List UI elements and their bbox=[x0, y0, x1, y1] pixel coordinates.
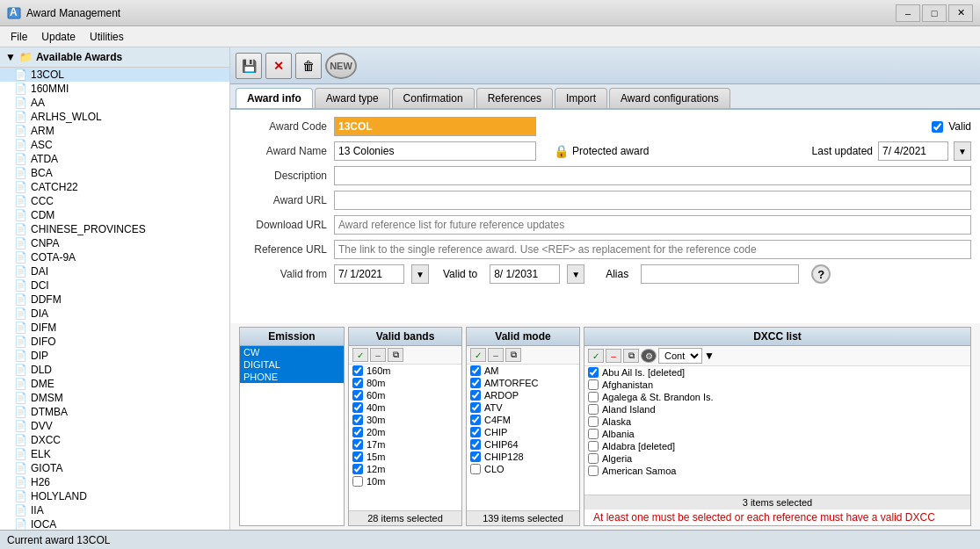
sidebar-item-dxcc[interactable]: 📄 DXCC bbox=[0, 433, 229, 447]
mode-row-atv[interactable]: ATV bbox=[467, 401, 579, 414]
sidebar-item-chinese[interactable]: 📄 CHINESE_PROVINCES bbox=[0, 222, 229, 236]
new-button[interactable]: NEW bbox=[325, 53, 357, 79]
sidebar-item-bca[interactable]: 📄 BCA bbox=[0, 166, 229, 180]
valid-from-input[interactable] bbox=[334, 264, 404, 284]
dxcc-row-american-samoa[interactable]: American Samoa bbox=[584, 465, 970, 477]
emission-row-digital[interactable]: DIGITAL bbox=[240, 358, 344, 371]
sidebar-item-catch22[interactable]: 📄 CATCH22 bbox=[0, 180, 229, 194]
sidebar-item-dld[interactable]: 📄 DLD bbox=[0, 363, 229, 377]
bands-copy[interactable]: ⧉ bbox=[388, 348, 403, 362]
sidebar-item-dip[interactable]: 📄 DIP bbox=[0, 349, 229, 363]
sidebar-item-giota[interactable]: 📄 GIOTA bbox=[0, 461, 229, 475]
delete-button[interactable]: 🗑 bbox=[295, 53, 322, 79]
mode-row-c4fm[interactable]: C4FM bbox=[467, 414, 579, 426]
tab-award-type[interactable]: Award type bbox=[315, 88, 390, 108]
emission-row-cw[interactable]: CW bbox=[240, 346, 344, 358]
menu-file[interactable]: File bbox=[4, 29, 34, 45]
sidebar-item-13col[interactable]: 📄 13COL bbox=[0, 68, 229, 82]
sidebar-item-arlhs[interactable]: 📄 ARLHS_WLOL bbox=[0, 110, 229, 124]
mode-row-chip64[interactable]: CHIP64 bbox=[467, 438, 579, 451]
dxcc-row-aldabra[interactable]: Aldabra [deleted] bbox=[584, 440, 970, 452]
alias-input[interactable] bbox=[641, 264, 799, 284]
sidebar-item-difm[interactable]: 📄 DIFM bbox=[0, 321, 229, 335]
mode-uncheck-all[interactable]: – bbox=[488, 348, 504, 362]
tab-import[interactable]: Import bbox=[555, 88, 607, 108]
bands-list[interactable]: 160m 80m 60m 40m 30m 20m bbox=[349, 365, 461, 510]
mode-row-chip[interactable]: CHIP bbox=[467, 426, 579, 438]
sidebar-item-cdm[interactable]: 📄 CDM bbox=[0, 208, 229, 222]
dxcc-settings[interactable]: ⚙ bbox=[641, 349, 657, 363]
sidebar-item-dmsm[interactable]: 📄 DMSM bbox=[0, 391, 229, 405]
dxcc-row-abu-ail[interactable]: Abu Ail Is. [deleted] bbox=[584, 366, 970, 379]
dxcc-row-algeria[interactable]: Algeria bbox=[584, 452, 970, 465]
sidebar-item-holyland[interactable]: 📄 HOLYLAND bbox=[0, 489, 229, 503]
dxcc-copy[interactable]: ⧉ bbox=[623, 349, 639, 363]
dxcc-list[interactable]: Abu Ail Is. [deleted] Afghanistan Agaleg… bbox=[584, 366, 970, 495]
close-button[interactable]: ✕ bbox=[948, 4, 973, 22]
dxcc-row-alaska[interactable]: Alaska bbox=[584, 415, 970, 428]
dxcc-check-all[interactable]: ✓ bbox=[588, 349, 604, 363]
sidebar-item-aa[interactable]: 📄 AA bbox=[0, 96, 229, 110]
mode-row-chip128[interactable]: CHIP128 bbox=[467, 451, 579, 463]
sidebar-item-dia[interactable]: 📄 DIA bbox=[0, 307, 229, 321]
band-row-80m[interactable]: 80m bbox=[349, 377, 461, 389]
valid-checkbox[interactable] bbox=[932, 121, 943, 133]
maximize-button[interactable]: □ bbox=[922, 4, 947, 22]
save-button[interactable]: 💾 bbox=[236, 53, 262, 79]
valid-to-input[interactable] bbox=[490, 264, 560, 284]
sidebar-item-dme[interactable]: 📄 DME bbox=[0, 377, 229, 391]
valid-from-calendar-button[interactable]: ▼ bbox=[411, 264, 429, 284]
bands-uncheck-all[interactable]: – bbox=[370, 348, 386, 362]
mode-row-am[interactable]: AM bbox=[467, 365, 579, 377]
tab-award-info[interactable]: Award info bbox=[236, 88, 313, 108]
cancel-button[interactable]: ✕ bbox=[265, 53, 292, 79]
sidebar-item-atda[interactable]: 📄 ATDA bbox=[0, 152, 229, 166]
minimize-button[interactable]: – bbox=[896, 4, 920, 22]
sidebar-item-ccc[interactable]: 📄 CCC bbox=[0, 194, 229, 208]
award-name-input[interactable] bbox=[334, 141, 536, 161]
dxcc-row-agalega[interactable]: Agalega & St. Brandon Is. bbox=[584, 391, 970, 403]
tab-references[interactable]: References bbox=[476, 88, 553, 108]
sidebar-item-dai[interactable]: 📄 DAI bbox=[0, 264, 229, 278]
band-row-10m[interactable]: 10m bbox=[349, 475, 461, 488]
sidebar-item-dtmba[interactable]: 📄 DTMBA bbox=[0, 405, 229, 419]
mode-row-ardop[interactable]: ARDOP bbox=[467, 389, 579, 401]
sidebar-item-cnpa[interactable]: 📄 CNPA bbox=[0, 236, 229, 250]
valid-to-calendar-button[interactable]: ▼ bbox=[567, 264, 584, 284]
sidebar-item-iia[interactable]: 📄 IIA bbox=[0, 503, 229, 517]
award-url-input[interactable] bbox=[334, 191, 971, 210]
band-row-30m[interactable]: 30m bbox=[349, 414, 461, 426]
menu-update[interactable]: Update bbox=[34, 29, 83, 45]
download-url-input[interactable] bbox=[334, 215, 971, 235]
sidebar-list[interactable]: 📄 13COL 📄 160MMI 📄 AA 📄 ARLHS_WLOL 📄 ARM… bbox=[0, 68, 229, 530]
tab-award-configurations[interactable]: Award configurations bbox=[609, 88, 730, 108]
dxcc-continent-filter[interactable]: Cont AF AN AS EU NA OC SA bbox=[658, 348, 702, 364]
emission-list[interactable]: CW DIGITAL PHONE bbox=[240, 346, 344, 525]
dxcc-row-albania[interactable]: Albania bbox=[584, 428, 970, 440]
reference-url-input[interactable] bbox=[334, 240, 971, 259]
sidebar-item-dci[interactable]: 📄 DCI bbox=[0, 278, 229, 293]
last-updated-calendar-button[interactable]: ▼ bbox=[954, 141, 971, 161]
sidebar-item-asc[interactable]: 📄 ASC bbox=[0, 138, 229, 152]
sidebar-item-arm[interactable]: 📄 ARM bbox=[0, 124, 229, 138]
menu-utilities[interactable]: Utilities bbox=[83, 29, 131, 45]
sidebar-item-h26[interactable]: 📄 H26 bbox=[0, 475, 229, 489]
dxcc-uncheck-all[interactable]: – bbox=[606, 349, 621, 363]
mode-row-clo[interactable]: CLO bbox=[467, 463, 579, 475]
band-row-40m[interactable]: 40m bbox=[349, 401, 461, 414]
band-row-60m[interactable]: 60m bbox=[349, 389, 461, 401]
mode-copy[interactable]: ⧉ bbox=[505, 348, 521, 362]
tab-confirmation[interactable]: Confirmation bbox=[392, 88, 475, 108]
mode-list[interactable]: AM AMTORFEC ARDOP ATV C4FM CHI bbox=[467, 365, 579, 510]
award-code-input[interactable] bbox=[334, 117, 536, 136]
band-row-160m[interactable]: 160m bbox=[349, 365, 461, 377]
help-button[interactable]: ? bbox=[811, 264, 831, 284]
last-updated-input[interactable] bbox=[878, 141, 948, 161]
sidebar-item-ddfm[interactable]: 📄 DDFM bbox=[0, 293, 229, 307]
sidebar-item-elk[interactable]: 📄 ELK bbox=[0, 447, 229, 461]
sidebar-item-ioca[interactable]: 📄 IOCA bbox=[0, 517, 229, 530]
sidebar-item-difo[interactable]: 📄 DIFO bbox=[0, 335, 229, 349]
description-input[interactable] bbox=[334, 166, 971, 185]
sidebar-item-160mmi[interactable]: 📄 160MMI bbox=[0, 82, 229, 96]
band-row-15m[interactable]: 15m bbox=[349, 451, 461, 463]
